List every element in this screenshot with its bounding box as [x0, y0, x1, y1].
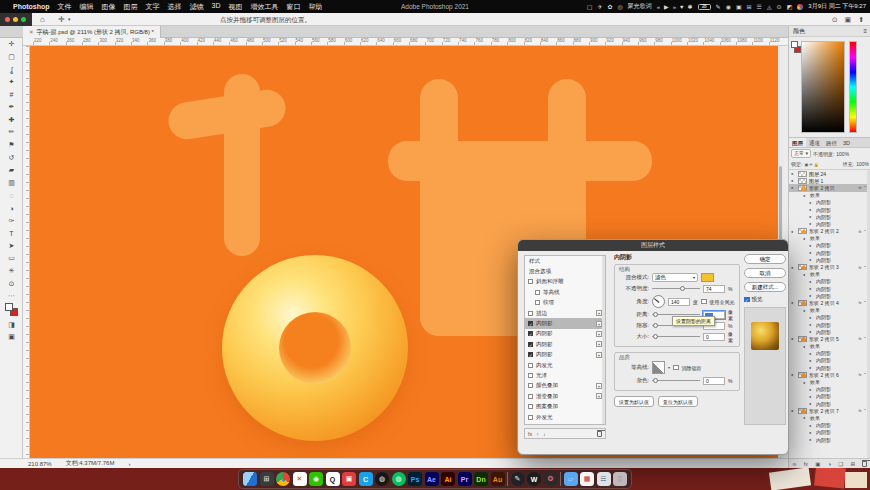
search-icon[interactable]: ⊙ — [832, 16, 838, 24]
menu-11[interactable]: 帮助 — [309, 2, 323, 12]
eye-icon[interactable]: ● — [803, 308, 808, 313]
reset-default-button[interactable]: 复位为默认值 — [658, 396, 698, 407]
color-panel-tab[interactable]: 颜色 — [793, 27, 805, 36]
dock-dark-ball-app-icon[interactable]: ◍ — [375, 472, 389, 486]
heart-icon[interactable]: ♥ — [680, 4, 684, 10]
dock-illustrator-icon[interactable]: Ai — [441, 472, 455, 486]
eye-icon[interactable]: ● — [791, 408, 796, 413]
eye-icon[interactable]: ● — [791, 372, 796, 377]
eye-icon[interactable]: ● — [803, 236, 808, 241]
eye-icon[interactable]: ● — [809, 437, 814, 442]
eye-icon[interactable]: ● — [809, 214, 814, 219]
effect-row[interactable]: ●内阴影 — [789, 328, 868, 335]
effect-row[interactable]: ●内阴影 — [789, 278, 868, 285]
link-layers-icon[interactable]: ∞ — [793, 461, 797, 467]
dock-qq-icon[interactable]: Q — [326, 472, 340, 486]
dock-palette-app-icon[interactable]: ❂ — [544, 472, 558, 486]
new-style-button[interactable]: 新建样式... — [744, 282, 786, 292]
new-layer-icon[interactable]: ⊞ — [850, 461, 855, 467]
move-effect-up-icon[interactable]: ↑ — [536, 431, 539, 437]
control-center-icon[interactable]: ◩ — [787, 4, 793, 10]
blending-options-item[interactable]: 混合选项 — [525, 266, 605, 276]
layer-row[interactable]: ●图层 1 — [789, 177, 868, 184]
eye-icon[interactable]: ● — [803, 344, 808, 349]
blend-mode-select[interactable]: 正常 ▾ — [791, 149, 811, 158]
search-icon[interactable]: ⊙ — [777, 4, 782, 10]
style-item-checkbox[interactable] — [535, 290, 540, 295]
layer-row[interactable]: ●形状 2 拷贝fx ⌃ — [789, 184, 868, 191]
layers-tab-3[interactable]: 3D — [840, 138, 853, 147]
choke-slider-thumb[interactable] — [653, 323, 658, 328]
effects-row[interactable]: ●效果 — [789, 307, 868, 314]
layer-row[interactable]: ●图层 24 — [789, 170, 868, 177]
eye-icon[interactable]: ● — [791, 185, 796, 190]
eye-icon[interactable]: ● — [791, 171, 796, 176]
history-brush-tool[interactable]: ↺ — [0, 151, 23, 164]
blend-mode-dropdown[interactable]: 滤色▾ — [652, 273, 698, 282]
style-item-checkbox[interactable] — [528, 404, 533, 409]
screen-mode-button[interactable]: ▣ — [0, 331, 23, 344]
style-item-checkbox[interactable]: ✓ — [528, 321, 533, 326]
play-icon[interactable]: ▶ — [664, 4, 669, 10]
dock-red-app-icon[interactable]: ▣ — [342, 472, 356, 486]
menubar-clock[interactable]: 3月9日 周二 下午9:27 — [808, 2, 866, 11]
menu-4[interactable]: 文字 — [146, 2, 160, 12]
eye-icon[interactable]: ● — [809, 221, 814, 226]
effects-row[interactable]: ●效果 — [789, 378, 868, 385]
eye-icon[interactable]: ● — [809, 200, 814, 205]
eye-icon[interactable]: ● — [809, 293, 814, 298]
layer-row[interactable]: ●形状 2 拷贝 5fx ⌃ — [789, 335, 868, 342]
battery-indicator[interactable]: 38 — [698, 4, 711, 10]
angle-input[interactable]: 140 — [668, 298, 690, 306]
marquee-tool[interactable]: ▢ — [0, 51, 23, 64]
cancel-button[interactable]: 取消 — [744, 268, 786, 278]
horizontal-ruler[interactable]: 2202402602803003203403603804004204404604… — [23, 38, 788, 46]
shape-tool[interactable]: ▭ — [0, 252, 23, 265]
eye-icon[interactable]: ● — [803, 272, 808, 277]
eye-icon[interactable]: ● — [803, 415, 808, 420]
style-item-0[interactable]: 斜面和浮雕 — [525, 277, 605, 287]
path-selection-tool[interactable]: ➤ — [0, 240, 23, 253]
plane-icon[interactable]: ✈ — [597, 4, 602, 10]
layers-tab-2[interactable]: 路径 — [823, 138, 840, 147]
style-item-checkbox[interactable]: ✓ — [528, 331, 533, 336]
clone-stamp-tool[interactable]: ⚑ — [0, 139, 23, 152]
brush-tool[interactable]: ✏ — [0, 126, 23, 139]
style-item-8[interactable]: 内发光 — [525, 360, 605, 370]
layer-row[interactable]: ●形状 2 拷贝 7fx ⌃ — [789, 407, 868, 414]
close-tab-icon[interactable]: ✕ — [29, 29, 34, 35]
eraser-tool[interactable]: ▰ — [0, 164, 23, 177]
healing-brush-tool[interactable]: ✚ — [0, 114, 23, 127]
effects-row[interactable]: ●效果 — [789, 271, 868, 278]
eye-icon[interactable]: ● — [809, 257, 814, 262]
document-tab[interactable]: ✕ 字稿-甜.psd @ 211% (形状 2 拷贝, RGB/8) * — [23, 26, 161, 38]
style-item-6[interactable]: ✓内阴影+ — [525, 339, 605, 349]
foreground-color-swatch[interactable] — [5, 303, 13, 311]
style-item-checkbox[interactable] — [528, 373, 533, 378]
eye-icon[interactable]: ● — [809, 387, 814, 392]
layers-tab-0[interactable]: 图层 — [789, 138, 806, 147]
style-item-12[interactable]: 图案叠加 — [525, 401, 605, 411]
eye-icon[interactable]: ● — [809, 329, 814, 334]
dock-prefs-app-icon[interactable]: ☰ — [597, 472, 611, 486]
grid-icon[interactable]: ⊞ — [747, 4, 752, 10]
effect-row[interactable]: ●内阴影 — [789, 364, 868, 371]
color-swatches[interactable] — [0, 302, 23, 318]
style-item-checkbox[interactable] — [528, 394, 533, 399]
style-item-checkbox[interactable] — [528, 415, 533, 420]
saturation-field[interactable] — [801, 41, 845, 133]
effect-row[interactable]: ●内阴影 — [789, 249, 868, 256]
eye-icon[interactable]: ● — [809, 250, 814, 255]
menu-2[interactable]: 图像 — [102, 2, 116, 12]
eye-icon[interactable]: ● — [809, 315, 814, 320]
minimize-window-button[interactable] — [13, 17, 18, 22]
preview-checkbox[interactable]: ✓ — [744, 297, 750, 303]
panel-menu-icon[interactable]: ≡ — [863, 28, 867, 34]
lasso-tool[interactable]: ʆ — [0, 63, 23, 76]
style-item-2[interactable]: 纹理 — [525, 298, 605, 308]
dialog-title[interactable]: 图层样式 — [518, 240, 788, 251]
effect-row[interactable]: ●内阴影 — [789, 422, 868, 429]
style-item-7[interactable]: ✓内阴影+ — [525, 350, 605, 360]
dock-launchpad-icon[interactable]: ⊞ — [260, 472, 274, 486]
effect-row[interactable]: ●内阴影 — [789, 321, 868, 328]
